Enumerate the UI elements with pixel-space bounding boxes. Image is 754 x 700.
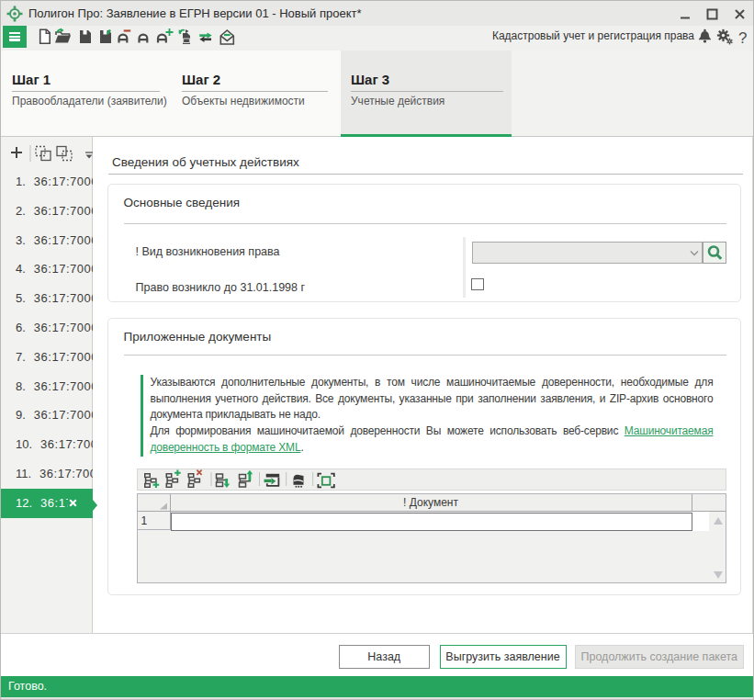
svg-text:?: ?	[738, 29, 747, 47]
